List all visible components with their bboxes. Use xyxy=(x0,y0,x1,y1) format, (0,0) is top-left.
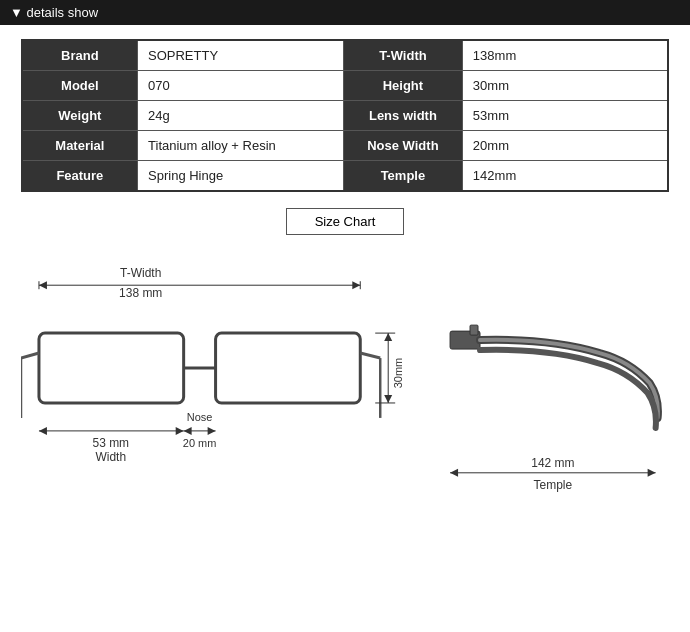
right-value-4: 142mm xyxy=(462,161,668,192)
right-label-1: Height xyxy=(343,71,462,101)
right-value-0: 138mm xyxy=(462,40,668,71)
width-label: Width xyxy=(95,450,126,464)
right-label-2: Lens width xyxy=(343,101,462,131)
left-value-3: Titanium alloy + Resin xyxy=(138,131,344,161)
lens-width-value: 53 mm xyxy=(92,436,129,450)
header-label: ▼ details show xyxy=(10,5,98,20)
table-row: Model 070 Height 30mm xyxy=(22,71,669,101)
t-width-value: 138 mm xyxy=(119,286,162,300)
left-label-4: Feature xyxy=(22,161,138,192)
svg-marker-3 xyxy=(39,281,47,289)
right-value-2: 53mm xyxy=(462,101,668,131)
t-width-label: T-Width xyxy=(120,266,161,280)
table-row: Brand SOPRETTY T-Width 138mm xyxy=(22,40,669,71)
size-chart-section: Size Chart xyxy=(0,208,690,235)
table-row: Material Titanium alloy + Resin Nose Wid… xyxy=(22,131,669,161)
left-value-1: 070 xyxy=(138,71,344,101)
left-label-0: Brand xyxy=(22,40,138,71)
right-label-4: Temple xyxy=(343,161,462,192)
left-value-4: Spring Hinge xyxy=(138,161,344,192)
svg-rect-5 xyxy=(39,333,184,403)
svg-rect-7 xyxy=(215,333,360,403)
left-label-3: Material xyxy=(22,131,138,161)
svg-rect-24 xyxy=(470,325,478,335)
size-diagram: T-Width 138 mm 53 mm Width Nose 20 mm xyxy=(21,253,670,513)
table-row: Weight 24g Lens width 53mm xyxy=(22,101,669,131)
left-label-2: Weight xyxy=(22,101,138,131)
temple-value: 142 mm xyxy=(531,456,574,470)
right-value-3: 20mm xyxy=(462,131,668,161)
height-value: 30mm xyxy=(392,358,404,388)
svg-marker-4 xyxy=(352,281,360,289)
nose-label: Nose xyxy=(187,411,213,423)
right-value-1: 30mm xyxy=(462,71,668,101)
details-table: Brand SOPRETTY T-Width 138mm Model 070 H… xyxy=(21,39,670,192)
left-label-1: Model xyxy=(22,71,138,101)
table-row: Feature Spring Hinge Temple 142mm xyxy=(22,161,669,192)
svg-line-10 xyxy=(360,353,380,358)
svg-marker-14 xyxy=(175,427,183,435)
temple-label: Temple xyxy=(533,478,572,492)
svg-marker-16 xyxy=(183,427,191,435)
nose-value: 20 mm xyxy=(183,437,217,449)
right-label-3: Nose Width xyxy=(343,131,462,161)
svg-marker-21 xyxy=(384,333,392,341)
svg-marker-17 xyxy=(207,427,215,435)
size-diagram-svg: T-Width 138 mm 53 mm Width Nose 20 mm xyxy=(21,253,670,513)
svg-marker-26 xyxy=(450,469,458,477)
svg-marker-27 xyxy=(647,469,655,477)
left-value-2: 24g xyxy=(138,101,344,131)
left-value-0: SOPRETTY xyxy=(138,40,344,71)
svg-marker-13 xyxy=(39,427,47,435)
svg-marker-22 xyxy=(384,395,392,403)
right-label-0: T-Width xyxy=(343,40,462,71)
size-chart-button[interactable]: Size Chart xyxy=(286,208,405,235)
details-header: ▼ details show xyxy=(0,0,690,25)
svg-line-8 xyxy=(21,353,39,358)
